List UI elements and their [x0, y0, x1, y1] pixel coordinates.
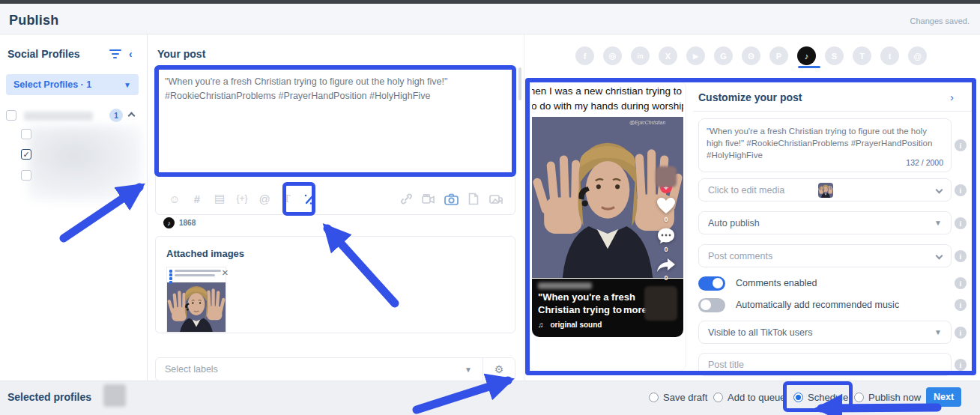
page-title: Publish: [9, 13, 58, 28]
select-labels-dropdown[interactable]: Select labels ▼ ⚙: [155, 357, 515, 381]
selected-profile-avatar: [103, 384, 126, 407]
divider: [693, 111, 972, 112]
network-icon-linkedin[interactable]: in: [631, 46, 650, 65]
composer-toolbar: ☺ # ▤ {+} @ T: [156, 183, 515, 214]
collapse-panel-icon[interactable]: ›: [950, 91, 954, 103]
profile-group-checkbox[interactable]: [6, 110, 16, 121]
camera-icon[interactable]: [440, 192, 462, 205]
file-icon[interactable]: [462, 192, 485, 206]
visibility-select[interactable]: Visible to all TikTok users ▼: [698, 321, 952, 344]
filter-icon[interactable]: [109, 49, 121, 58]
header-bar: Publish Changes saved.: [0, 4, 980, 34]
select-profiles-dropdown[interactable]: Select Profiles · 1 ▼: [6, 74, 139, 95]
network-icon-threads[interactable]: @: [908, 46, 927, 65]
attached-image-thumbnail[interactable]: [166, 267, 226, 333]
tiktok-action-rail: + 0 0 0: [653, 166, 679, 286]
network-icon-snapchat[interactable]: S: [825, 46, 844, 65]
customize-post-title: Customize your post: [698, 91, 802, 103]
next-button[interactable]: Next: [926, 387, 961, 407]
radio-icon[interactable]: [854, 393, 864, 402]
save-draft-option[interactable]: Save draft: [649, 392, 707, 403]
network-icon-tumblr[interactable]: t: [880, 46, 899, 65]
info-icon[interactable]: i: [955, 139, 967, 151]
collapse-sidebar-icon[interactable]: ‹: [129, 48, 133, 60]
music-toggle-row: Automatically add recommended music: [698, 297, 961, 312]
info-icon[interactable]: i: [955, 217, 967, 229]
publish-now-option[interactable]: Publish now: [854, 392, 921, 403]
info-icon[interactable]: i: [955, 277, 967, 289]
share-icon[interactable]: [656, 258, 676, 273]
profile-checkbox-2[interactable]: ✓: [21, 149, 31, 160]
video-icon[interactable]: [417, 192, 440, 205]
caret-down-icon: ▼: [934, 219, 942, 227]
post-text-input[interactable]: "When you're a fresh Christian trying to…: [165, 75, 506, 165]
like-count: 0: [664, 216, 668, 223]
network-icon-google-business[interactable]: G: [714, 46, 733, 65]
chevron-down-icon: ▼: [454, 366, 483, 374]
profile-checkbox-3[interactable]: [21, 170, 31, 181]
network-icon-reddit[interactable]: ʘ: [742, 46, 760, 65]
info-icon[interactable]: i: [955, 299, 967, 311]
comments-enabled-toggle[interactable]: [698, 276, 725, 291]
profile-group-name-redacted: [24, 112, 93, 121]
info-icon[interactable]: i: [955, 359, 967, 371]
radio-icon[interactable]: [713, 393, 723, 402]
network-icon-telegram[interactable]: T: [853, 46, 871, 65]
profile-checkbox-1[interactable]: [21, 129, 31, 139]
remove-image-icon[interactable]: ×: [222, 266, 229, 279]
network-icon-instagram[interactable]: ◎: [603, 46, 622, 65]
link-icon[interactable]: [395, 192, 417, 206]
chevron-down-icon: [936, 187, 943, 194]
ai-wand-icon[interactable]: [298, 191, 321, 205]
share-count: 0: [664, 274, 668, 282]
mention-icon[interactable]: @: [253, 193, 276, 205]
edit-media-field[interactable]: Click to edit media: [698, 178, 952, 202]
info-icon[interactable]: i: [955, 184, 967, 196]
sound-record-thumbnail: [644, 286, 677, 321]
tiktok-caption-card: "When you're a fresh Christian trying to…: [532, 279, 683, 337]
comments-toggle-row: Comments enabled: [698, 276, 961, 291]
post-comments-field[interactable]: Post comments: [698, 244, 952, 267]
media-library-icon[interactable]: [485, 192, 507, 205]
selected-profiles-label: Selected profiles: [7, 391, 91, 403]
comment-count: 0: [664, 246, 668, 253]
gear-icon[interactable]: ⚙: [483, 363, 515, 375]
network-icon-x-twitter[interactable]: X: [659, 46, 677, 65]
media-thumbnail: [818, 183, 833, 198]
emoji-icon[interactable]: ☺: [163, 193, 186, 205]
radio-icon[interactable]: [649, 393, 659, 402]
meme-watermark: @EpicChristian: [629, 120, 665, 125]
schedule-option[interactable]: Schedule: [793, 392, 848, 403]
username-redacted: [538, 282, 592, 289]
recommended-music-toggle[interactable]: [698, 298, 725, 312]
network-icon-facebook[interactable]: f: [575, 46, 594, 65]
select-profiles-label: Select Profiles · 1: [13, 79, 124, 90]
network-icon-pinterest[interactable]: P: [769, 46, 788, 65]
sidebar-title: Social Profiles: [7, 48, 79, 60]
network-tabs: f ◎ in X ▶ G ʘ P ♪ S T t @: [575, 46, 931, 67]
save-status: Changes saved.: [910, 16, 970, 25]
info-icon[interactable]: i: [955, 250, 967, 262]
post-title-field[interactable]: Post title: [698, 353, 952, 376]
comment-icon[interactable]: [657, 228, 675, 244]
active-tab-underline: [798, 66, 820, 68]
caret-down-icon: ▼: [934, 328, 942, 336]
profile-avatars-redacted: [28, 126, 142, 201]
variables-icon[interactable]: {+}: [231, 193, 253, 204]
scrollbar-thumb[interactable]: [518, 67, 521, 100]
radio-selected-icon[interactable]: [793, 393, 803, 402]
customized-caption-input[interactable]: "When you're a fresh Christian trying to…: [698, 118, 952, 172]
network-icon-tiktok[interactable]: ♪: [797, 46, 816, 65]
avatar[interactable]: [656, 166, 677, 187]
text-format-icon[interactable]: T: [276, 193, 298, 205]
info-icon[interactable]: i: [955, 327, 967, 339]
music-note-icon: ♫: [538, 321, 544, 329]
tiktok-char-counter: ♪ 1868: [163, 217, 196, 228]
network-icon-youtube[interactable]: ▶: [686, 46, 705, 65]
add-to-queue-option[interactable]: Add to queue: [713, 392, 785, 403]
publish-mode-select[interactable]: Auto publish ▼: [698, 211, 952, 234]
heart-icon[interactable]: [656, 197, 676, 214]
hashtag-icon[interactable]: #: [186, 193, 208, 205]
saved-captions-icon[interactable]: ▤: [208, 192, 231, 205]
chevron-down-icon: ▼: [124, 81, 131, 89]
